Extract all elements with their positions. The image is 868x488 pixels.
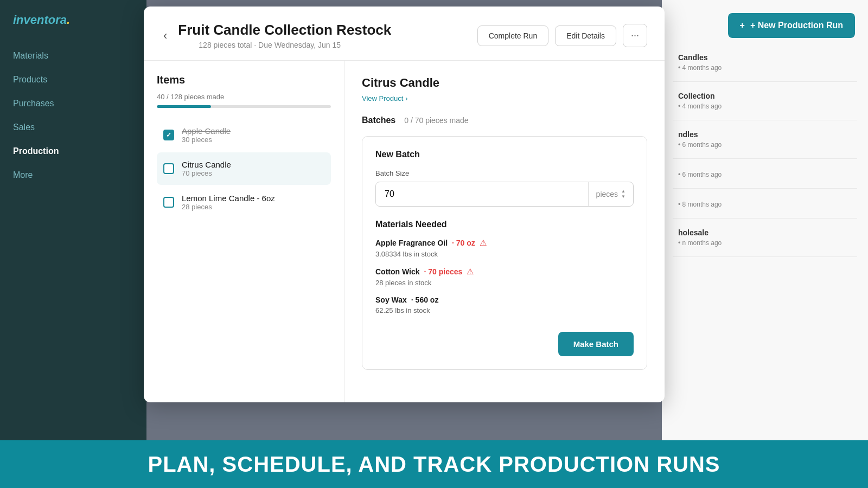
material-amount-soy-wax: · 560 oz xyxy=(411,296,439,304)
sidebar-item-sales[interactable]: Sales xyxy=(0,116,146,139)
banner-text: PLAN, SCHEDULE, AND TRACK PRODUCTION RUN… xyxy=(148,452,720,477)
sidebar-nav: Materials Products Purchases Sales Produ… xyxy=(0,44,146,187)
material-name-soy-wax: Soy Wax xyxy=(375,296,407,304)
bottom-banner: PLAN, SCHEDULE, AND TRACK PRODUCTION RUN… xyxy=(0,440,868,488)
items-progress-label: 40 / 128 pieces made xyxy=(157,93,331,101)
more-options-button[interactable]: ··· xyxy=(623,24,647,47)
modal-subtitle: 128 pieces total · Due Wednesday, Jun 15 xyxy=(199,41,391,49)
new-production-run-button[interactable]: + + New Production Run xyxy=(728,13,855,38)
batch-size-label: Batch Size xyxy=(375,169,634,177)
item-checkbox-citrus[interactable] xyxy=(163,163,174,174)
material-stock-apple-fragrance: 3.08334 lbs in stock xyxy=(375,250,634,258)
sidebar-item-materials[interactable]: Materials xyxy=(0,44,146,67)
material-amount-apple-fragrance: · 70 oz xyxy=(452,239,475,247)
list-item[interactable]: ndles • 6 months ago xyxy=(673,120,857,159)
materials-title: Materials Needed xyxy=(375,220,634,229)
list-item[interactable]: holesale • n months ago xyxy=(673,219,857,257)
material-item-apple-fragrance: Apple Fragrance Oil · 70 oz ⚠ 3.08334 lb… xyxy=(375,238,634,258)
item-pieces-citrus: 70 pieces xyxy=(182,169,231,177)
list-item[interactable]: • 8 months ago xyxy=(673,189,857,219)
item-name-citrus: Citrus Candle xyxy=(182,160,231,169)
material-stock-soy-wax: 62.25 lbs in stock xyxy=(375,306,634,314)
warning-icon-cotton-wick: ⚠ xyxy=(467,267,474,277)
batches-header: Batches 0 / 70 pieces made xyxy=(362,115,647,125)
material-name-cotton-wick: Cotton Wick xyxy=(375,267,420,276)
sidebar-item-more[interactable]: More xyxy=(0,164,146,187)
progress-bar-fill xyxy=(157,105,211,108)
batches-count: 0 / 70 pieces made xyxy=(404,116,468,125)
item-checkbox-apple[interactable] xyxy=(163,130,174,140)
edit-details-button[interactable]: Edit Details xyxy=(555,25,616,46)
item-row-apple-candle[interactable]: Apple Candle 30 pieces xyxy=(157,119,331,151)
sidebar-item-products[interactable]: Products xyxy=(0,68,146,91)
chevron-right-icon: › xyxy=(405,94,407,102)
modal-title: Fruit Candle Collection Restock xyxy=(178,22,391,38)
item-name-apple: Apple Candle xyxy=(182,126,231,136)
production-run-modal: ‹ Fruit Candle Collection Restock 128 pi… xyxy=(144,7,665,402)
batches-title: Batches xyxy=(362,115,395,125)
list-item[interactable]: Candles • 4 months ago xyxy=(673,43,857,82)
material-name-apple-fragrance: Apple Fragrance Oil xyxy=(375,239,448,247)
new-batch-title: New Batch xyxy=(375,150,634,159)
item-row-lemon-lime[interactable]: Lemon Lime Candle - 6oz 28 pieces xyxy=(157,186,331,219)
warning-icon-apple-fragrance: ⚠ xyxy=(480,238,487,248)
list-item[interactable]: • 6 months ago xyxy=(673,159,857,189)
item-name-lemon: Lemon Lime Candle - 6oz xyxy=(182,194,275,203)
items-list: Apple Candle 30 pieces Citrus Candle 70 … xyxy=(157,119,331,219)
material-item-cotton-wick: Cotton Wick · 70 pieces ⚠ 28 pieces in s… xyxy=(375,267,634,287)
product-title: Citrus Candle xyxy=(362,76,647,90)
sidebar-item-purchases[interactable]: Purchases xyxy=(0,92,146,115)
view-product-link[interactable]: View Product › xyxy=(362,94,647,102)
plus-icon: + xyxy=(740,21,745,30)
make-batch-button[interactable]: Make Batch xyxy=(558,332,634,356)
material-stock-cotton-wick: 28 pieces in stock xyxy=(375,279,634,287)
complete-run-button[interactable]: Complete Run xyxy=(477,25,549,46)
list-item[interactable]: Collection • 4 months ago xyxy=(673,82,857,120)
new-batch-card: New Batch Batch Size pieces ▲ ▼ Material… xyxy=(362,136,647,370)
material-item-soy-wax: Soy Wax · 560 oz 62.25 lbs in stock xyxy=(375,296,634,314)
logo: inventora. xyxy=(0,13,146,44)
background-production-list: Candles • 4 months ago Collection • 4 mo… xyxy=(662,0,868,488)
modal-header: ‹ Fruit Candle Collection Restock 128 pi… xyxy=(144,7,665,61)
batch-size-unit-label: pieces xyxy=(596,190,618,198)
material-amount-cotton-wick: · 70 pieces xyxy=(424,267,463,276)
item-pieces-lemon: 28 pieces xyxy=(182,203,275,211)
sidebar: inventora. Materials Products Purchases … xyxy=(0,0,146,488)
back-button[interactable]: ‹ xyxy=(161,27,169,45)
items-panel: Items 40 / 128 pieces made Apple Candle … xyxy=(144,61,344,402)
detail-panel: Citrus Candle View Product › Batches 0 /… xyxy=(344,61,665,402)
item-pieces-apple: 30 pieces xyxy=(182,136,231,144)
item-row-citrus-candle[interactable]: Citrus Candle 70 pieces xyxy=(157,152,331,185)
sidebar-item-production[interactable]: Production xyxy=(0,140,146,163)
items-title: Items xyxy=(157,74,331,86)
spinner-arrows[interactable]: ▲ ▼ xyxy=(621,189,626,199)
logo-dot: . xyxy=(67,13,70,27)
item-checkbox-lemon[interactable] xyxy=(163,197,174,208)
batch-size-input-wrap: pieces ▲ ▼ xyxy=(375,182,634,207)
modal-body: Items 40 / 128 pieces made Apple Candle … xyxy=(144,61,665,402)
batch-size-input[interactable] xyxy=(376,183,588,206)
progress-bar-track xyxy=(157,105,331,108)
